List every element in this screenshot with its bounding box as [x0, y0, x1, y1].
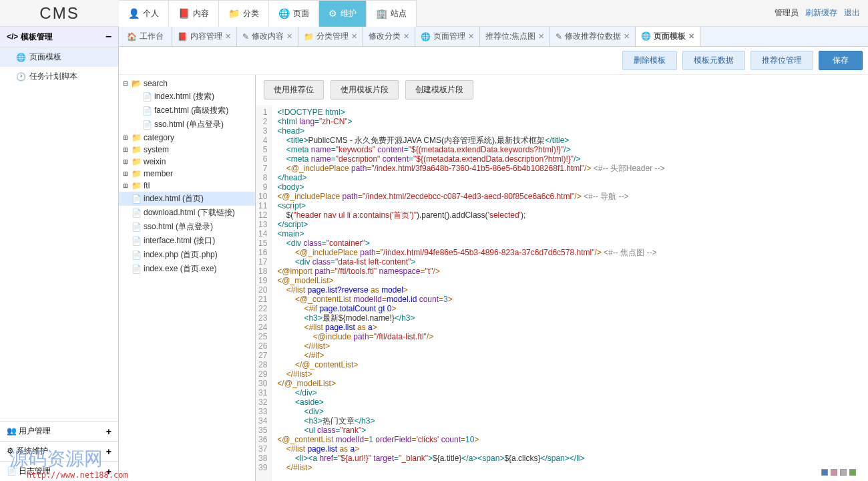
tab-5[interactable]: 🌐页面管理✕ [415, 27, 480, 46]
expand-icon[interactable]: ⊞ [122, 157, 130, 166]
expand-icon[interactable]: ⊟ [122, 79, 130, 88]
sidebar-icon: 🌐 [16, 53, 25, 62]
foot-icon: ⚙ [7, 446, 14, 456]
plus-icon[interactable]: + [106, 426, 112, 437]
nav-icon: ⚙ [329, 8, 337, 19]
admin-label: 管理员 [775, 7, 799, 19]
use-recommend-button[interactable]: 使用推荐位 [264, 80, 324, 100]
topnav-5[interactable]: 🏢站点 [367, 0, 417, 27]
tab-6[interactable]: 推荐位:焦点图✕ [480, 27, 550, 46]
nav-icon: 📕 [178, 8, 190, 19]
tab-0[interactable]: 🏠工作台 [119, 27, 172, 46]
create-fragment-button[interactable]: 创建模板片段 [405, 80, 473, 100]
tab-icon: 🌐 [641, 31, 651, 41]
save-button[interactable]: 保存 [819, 51, 863, 70]
color-swatch[interactable] [849, 469, 856, 476]
tree-row-4[interactable]: ⊞📁category [119, 132, 255, 144]
tab-1[interactable]: 📕内容管理✕ [172, 27, 237, 46]
tree-row-7[interactable]: ⊞📁member [119, 168, 255, 180]
topnav-3[interactable]: 🌐页面 [269, 0, 319, 27]
tree-row-2[interactable]: 📄facet.html (高级搜索) [119, 104, 255, 118]
tab-icon: 📁 [304, 32, 314, 41]
file-icon: 📄 [132, 222, 142, 232]
folder-icon: 📁 [132, 169, 142, 178]
plus-icon[interactable]: + [106, 446, 112, 457]
expand-icon[interactable]: ⊞ [122, 181, 130, 190]
file-icon: 📄 [132, 265, 142, 274]
close-icon[interactable]: ✕ [225, 32, 231, 41]
theme-color-picker[interactable] [821, 469, 856, 476]
tree-row-5[interactable]: ⊞📁system [119, 144, 255, 156]
folder-icon: 📁 [132, 181, 142, 190]
delete-template-button[interactable]: 删除模板 [622, 51, 677, 70]
tab-icon: ✎ [556, 32, 562, 41]
close-icon[interactable]: ✕ [538, 32, 544, 41]
file-icon: 📄 [132, 251, 142, 260]
sidebar-foot-0[interactable]: 👥 用户管理+ [0, 421, 118, 441]
folder-icon: 📁 [132, 145, 142, 154]
topnav-4[interactable]: ⚙维护 [319, 0, 367, 27]
file-icon: 📄 [132, 194, 142, 204]
tree-row-6[interactable]: ⊞📁weixin [119, 156, 255, 168]
folder-open-icon: 📂 [132, 79, 142, 88]
tab-7[interactable]: ✎修改推荐位数据✕ [550, 27, 636, 46]
logo: CMS [0, 4, 119, 23]
tree-row-10[interactable]: 📄download.html (下载链接) [119, 206, 255, 220]
tab-4[interactable]: 修改分类✕ [363, 27, 415, 46]
close-icon[interactable]: ✕ [624, 32, 630, 41]
sidebar-icon: 🕐 [16, 72, 25, 82]
file-icon: 📄 [142, 120, 152, 130]
refresh-cache-link[interactable]: 刷新缓存 [805, 7, 837, 19]
tree-row-8[interactable]: ⊞📁ftl [119, 180, 255, 192]
file-icon: 📄 [132, 236, 142, 246]
close-icon[interactable]: ✕ [351, 32, 357, 41]
topnav-2[interactable]: 📁分类 [219, 0, 269, 27]
expand-icon[interactable]: ⊞ [122, 169, 130, 178]
tab-icon: ✎ [242, 32, 249, 41]
tab-8[interactable]: 🌐页面模板✕ [636, 27, 700, 47]
tab-2[interactable]: ✎修改内容✕ [237, 27, 298, 46]
sidebar-head-templates[interactable]: </> 模板管理 − [0, 27, 118, 47]
sidebar-item-1[interactable]: 🕐任务计划脚本 [0, 67, 118, 86]
topnav-0[interactable]: 👤个人 [119, 0, 169, 27]
nav-icon: 🏢 [376, 8, 387, 19]
tree-row-12[interactable]: 📄interface.html (接口) [119, 234, 255, 248]
plus-icon[interactable]: + [106, 466, 112, 477]
sidebar-item-0[interactable]: 🌐页面模板 [0, 47, 118, 67]
file-icon: 📄 [132, 208, 142, 218]
tree-row-9[interactable]: 📄index.html (首页) [119, 192, 255, 206]
color-swatch[interactable] [840, 469, 847, 476]
expand-icon[interactable]: ⊞ [122, 133, 130, 142]
nav-icon: 📁 [228, 8, 240, 19]
code-editor[interactable]: 1234567891011121314151617181920212223242… [256, 105, 868, 481]
topnav-1[interactable]: 📕内容 [169, 0, 219, 27]
recommend-manage-button[interactable]: 推荐位管理 [750, 51, 813, 70]
tree-row-14[interactable]: 📄index.exe (首页.exe) [119, 262, 255, 276]
tree-row-13[interactable]: 📄index.php (首页.php) [119, 248, 255, 262]
close-icon[interactable]: ✕ [688, 32, 694, 41]
tree-row-11[interactable]: 📄sso.html (单点登录) [119, 220, 255, 234]
tree-row-0[interactable]: ⊟📂search [119, 77, 255, 90]
foot-icon: 👥 [7, 426, 17, 436]
logout-link[interactable]: 退出 [844, 7, 860, 19]
color-swatch[interactable] [821, 469, 828, 476]
tab-icon: 📕 [178, 32, 188, 41]
tab-3[interactable]: 📁分类管理✕ [298, 27, 363, 46]
close-icon[interactable]: ✕ [286, 32, 292, 41]
close-icon[interactable]: ✕ [403, 32, 409, 41]
sidebar-foot-1[interactable]: ⚙ 系统维护+ [0, 441, 118, 461]
template-metadata-button[interactable]: 模板元数据 [682, 51, 745, 70]
tab-icon: 🌐 [421, 32, 431, 41]
use-fragment-button[interactable]: 使用模板片段 [331, 80, 399, 100]
tree-row-1[interactable]: 📄index.html (搜索) [119, 90, 255, 104]
color-swatch[interactable] [831, 469, 837, 476]
file-icon: 📄 [142, 92, 152, 102]
nav-icon: 👤 [128, 8, 140, 19]
foot-icon: 📄 [7, 466, 17, 476]
collapse-icon[interactable]: − [105, 31, 112, 43]
close-icon[interactable]: ✕ [468, 32, 474, 41]
tree-row-3[interactable]: 📄sso.html (单点登录) [119, 118, 255, 132]
sidebar-foot-2[interactable]: 📄 日志管理+ [0, 461, 118, 481]
expand-icon[interactable]: ⊞ [122, 145, 130, 154]
folder-icon: 📁 [132, 157, 142, 166]
